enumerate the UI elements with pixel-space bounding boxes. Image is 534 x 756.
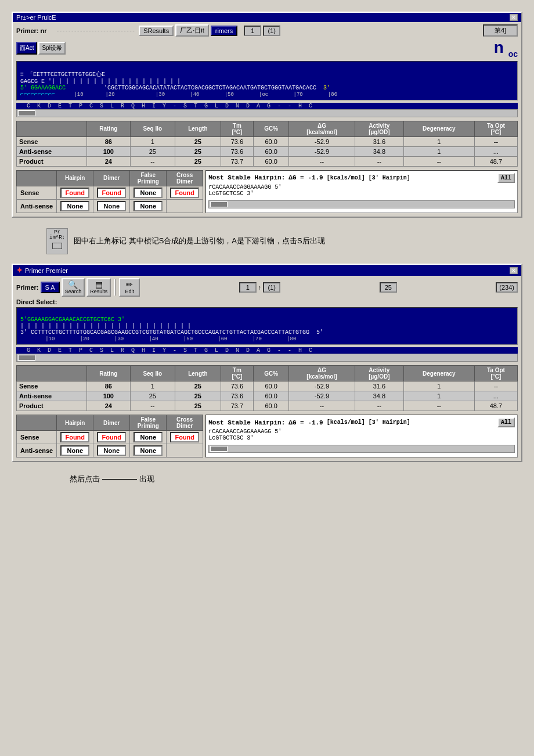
hairpin-seq1-line1: rCACAAACCAGGAAAAGG 5' [208,184,515,190]
bottom-suffix: 出现 [139,474,154,484]
p2-antisense-dg: -52.9 [289,391,355,401]
rimers-button[interactable]: rimers [211,26,238,36]
product-degeneracy: -- [403,156,474,166]
p2-product-length: 25 [175,401,221,411]
res-col-empty [17,170,57,186]
panel2-close-icon[interactable]: ✕ [510,267,518,274]
p2-sense-ta: -- [474,381,517,391]
results-section1: Hairpin Dimer FalsePriming CrossDimer Se… [16,170,518,213]
col2-gc: GC% [254,366,289,381]
edit-icon: ✏ [126,280,133,289]
hscroll1-thumb[interactable] [18,110,35,116]
antisense-length: 25 [175,146,221,156]
p2-sense-label: Sense [17,381,87,391]
toolbar-divider [114,279,116,296]
sense-length: 25 [175,136,221,146]
res2-col-hairpin: Hairpin [57,415,93,431]
hairpin-hscroll2[interactable] [208,445,515,453]
all-button1[interactable]: All [497,173,515,183]
antisense-ta: ... [474,146,517,156]
edit-label: Edit [125,289,134,294]
antisense-label: Anti-sense [17,146,87,156]
sense-ta: -- [474,136,517,146]
p2-antisense-ta: ... [474,391,517,401]
p2-sense-dg: -52.9 [289,381,355,391]
product-dg: -- [289,156,355,166]
middle-description: 图中右上角标记 其中桢记S合成的是上游引物，A是下游引物，点击S后出现 [74,236,325,246]
hairpin-display1: Most Stable Hairpin: ΔG = -1.9 [kcals/mo… [205,170,518,213]
direct-select-label: Direct Select: [16,298,518,305]
bottom-text: 然后点击 出现 [70,474,522,484]
sense-activity: 31.6 [355,136,403,146]
sense-tm: 73.6 [221,136,253,146]
antisense-tm: 73.6 [221,146,253,156]
found-badge: Found [97,432,126,442]
none-badge: None [134,201,163,211]
result-table1: Hairpin Dimer FalsePriming CrossDimer Se… [16,170,203,213]
col2-dg: ΔG[kcals/mol] [289,366,355,381]
hairpin-hscroll2-thumb[interactable] [210,446,228,452]
all-button2[interactable]: All [497,417,515,427]
sa-button[interactable]: S A [41,282,60,293]
res2-antisense-dimer: None [93,444,130,458]
found-badge: Found [60,432,89,442]
num1-display: 1 [244,26,261,36]
middle-text: Prim^R:┌──┐└──┘ 图中右上角标记 其中桢记S合成的是上游引物，A是… [46,228,522,255]
p2-product-degeneracy: -- [403,401,474,411]
act-button[interactable]: 面Act [16,42,37,55]
spl-button[interactable]: Spl设希 [38,42,65,55]
result-table2: Hairpin Dimer FalsePriming CrossDimer Se… [16,415,203,458]
hairpin-hscroll1-thumb[interactable] [210,201,228,207]
res-col-false: FalsePriming [130,170,167,186]
sequence-display2: 5'GGAAAGGACGAAACACCGTGCTC6C 3' | | | | |… [16,307,518,345]
p2-product-seq: -- [130,401,175,411]
table-row: Sense 86 1 25 73.6 60.0 -52.9 31.6 1 -- [17,136,518,146]
sresults-button[interactable]: SResults [139,26,174,36]
res-sense-false: None [130,186,167,199]
res-sense-cross: Found [167,186,203,199]
product-ta: 48.7 [474,156,517,166]
col2-rating: Rating [87,366,130,381]
close-icon[interactable]: ✕ [510,14,518,21]
sense-dg: -52.9 [289,136,355,146]
hscroll2-thumb[interactable] [18,355,35,361]
table-row: Anti-sense None None None [17,444,203,458]
res-antisense-dimer: None [93,199,130,213]
p2-antisense-length: 25 [175,391,221,401]
factory-button[interactable]: 厂乙·日it [175,24,209,37]
product-seq: -- [130,156,175,166]
panel2-num-paren: (1) [263,282,280,293]
num-paren-display: (1) [263,26,280,36]
search-button[interactable]: 🔍 Search [62,278,85,297]
hairpin-label2: Most Stable Hairpin: [208,419,285,426]
num-right-display: 第4] [483,24,518,37]
sense-gc: 60.0 [254,136,289,146]
res2-col-false: FalsePriming [130,415,167,431]
data-table2: Rating Seq llo Length Tm[°C] GC% ΔG[kcal… [16,365,518,411]
col2-length: Length [175,366,221,381]
hairpin-units1: [kcals/mol] [3' Hairpin] [327,175,410,181]
p2-sense-seq: 1 [130,381,175,391]
hscroll1[interactable] [16,109,518,117]
res2-sense-label: Sense [17,431,57,444]
bottom-line [102,479,137,480]
results-button[interactable]: ▤ Results [86,278,111,297]
found-badge: Found [97,188,126,198]
pr-image-label: Prim^R:┌──┐└──┘ [46,228,68,255]
col-gc: GC% [254,121,289,136]
results-icon: ▤ [95,280,103,289]
hscroll2[interactable] [16,354,518,362]
res-antisense-false: None [130,199,167,213]
p2-product-dg: -- [289,401,355,411]
res2-sense-hairpin: Found [57,431,93,444]
hairpin-hscroll1[interactable] [208,200,515,208]
product-length: 25 [175,156,221,166]
panel2-num-25: 25 [380,282,397,293]
res2-antisense-hairpin: None [57,444,93,458]
res-antisense-hairpin: None [57,199,93,213]
found-badge: Found [170,188,199,198]
res2-col-dimer: Dimer [93,415,130,431]
amino-row1: C K D E T P C S L R Q H I Y - S T G L D … [16,103,518,109]
edit-primers-button[interactable]: ✏ Edit [119,278,140,297]
table-row: Sense Found Found None Found [17,431,203,444]
